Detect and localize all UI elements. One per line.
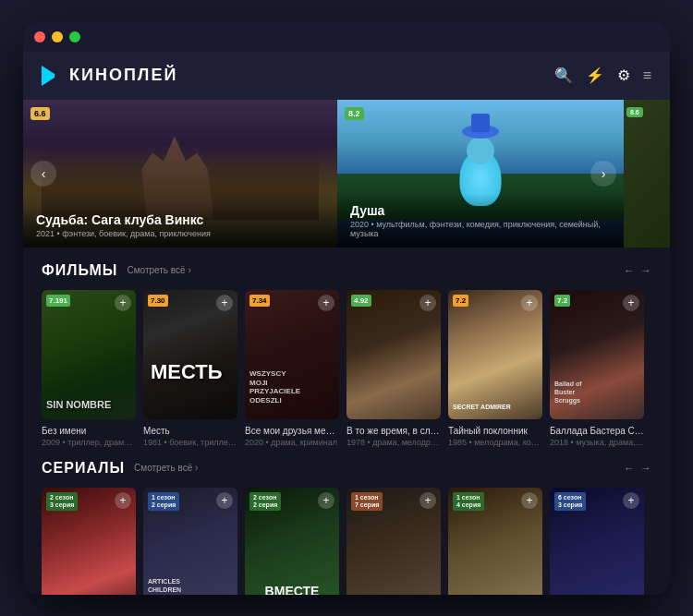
series-card-2[interactable]: 1 сезон2 серия + ARTICLESCHILDRENADULTS … <box>143 488 237 595</box>
movie-card-5[interactable]: 7.2 + SECRET ADMIRER Тайный поклонник 19… <box>448 290 542 447</box>
series-add-btn-1[interactable]: + <box>115 492 131 509</box>
series-add-btn-5[interactable]: + <box>521 492 538 509</box>
series-add-btn-6[interactable]: + <box>623 492 639 509</box>
movie-card-4[interactable]: 4.92 + В то же время, в след... 1978 • д… <box>346 290 441 447</box>
movie-rating-3: 7.34 <box>249 295 270 307</box>
series-badge-1: 2 сезон3 серия <box>46 492 78 512</box>
movie-year-5: 1985 • мелодрама, комедия <box>448 438 542 447</box>
app-window: КИНОПЛЕЙ 🔍 ⚡ ⚙ ≡ <box>23 22 670 595</box>
series-card-6[interactable]: 6 сезон3 серия + <box>550 488 644 595</box>
carousel-prev-btn[interactable]: ‹ <box>30 161 56 187</box>
movie-name-2: Месть <box>143 425 237 437</box>
carousel-item-partial[interactable]: 8.6 <box>624 100 670 248</box>
series-section-header: СЕРИАЛЫ Смотреть всё › ← → <box>42 460 651 477</box>
series-poster-1: 2 сезон3 серия + <box>42 488 136 595</box>
logo-play-icon <box>42 66 62 86</box>
window-maximize-btn[interactable] <box>69 31 80 42</box>
menu-icon[interactable]: ≡ <box>643 67 651 84</box>
carousel-title-2: Душа <box>350 203 611 218</box>
series-poster-6: 6 сезон3 серия + <box>550 488 644 595</box>
window-close-btn[interactable] <box>34 31 45 42</box>
movie-name-4: В то же время, в след... <box>346 425 441 437</box>
app-header: КИНОПЛЕЙ 🔍 ⚡ ⚙ ≡ <box>23 52 670 100</box>
carousel-rating-1: 6.6 <box>30 107 50 120</box>
movie-add-btn-6[interactable]: + <box>623 295 639 311</box>
series-see-all[interactable]: Смотреть всё › <box>134 463 198 473</box>
movie-card-2[interactable]: 7.30 + МЕСТЬ Месть 1981 • боевик, трилле… <box>143 290 237 447</box>
search-icon[interactable]: 🔍 <box>554 66 573 84</box>
movie-card-1[interactable]: 7.191 + SIN NOMBRE Без имени 2009 • трил… <box>42 290 136 447</box>
movie-year-2: 1981 • боевик, триллер, дра... <box>143 438 237 447</box>
series-card-1[interactable]: 2 сезон3 серия + <box>42 488 136 595</box>
series-badge-2: 1 сезон2 серия <box>148 492 179 512</box>
movie-poster-5: 7.2 + SECRET ADMIRER <box>448 290 542 419</box>
movie-add-btn-1[interactable]: + <box>115 295 131 311</box>
series-add-btn-3[interactable]: + <box>318 492 334 509</box>
movie-name-6: Баллада Бастера Скраг... <box>550 425 644 437</box>
films-next-btn[interactable]: → <box>640 264 651 277</box>
series-section: СЕРИАЛЫ Смотреть всё › ← → 2 сезон3 сери… <box>23 447 670 595</box>
films-prev-btn[interactable]: ← <box>624 264 635 277</box>
header-icons: 🔍 ⚡ ⚙ ≡ <box>554 66 651 84</box>
movie-rating-1: 7.191 <box>46 295 70 307</box>
films-nav: ← → <box>624 264 651 277</box>
carousel-item-soul[interactable]: 8.2 Душа 2020 • мультфильм, фэнтези, ком… <box>337 100 624 248</box>
series-nav: ← → <box>624 462 651 475</box>
movie-name-3: Все мои друзья мертвы <box>245 425 339 437</box>
movie-card-6[interactable]: 7.2 + Ballad ofBusterScruggs Баллада Бас… <box>550 290 644 447</box>
movie-rating-6: 7.2 <box>554 295 570 307</box>
movie-add-btn-4[interactable]: + <box>419 295 436 311</box>
carousel-next-btn[interactable]: › <box>590 161 616 187</box>
movie-year-6: 2018 • музыка, драма, молод... <box>550 438 644 447</box>
carousel-overlay-1: Судьба: Сага клуба Винкс 2021 • фэнтези,… <box>23 203 337 248</box>
settings-icon[interactable]: ⚙ <box>617 66 630 84</box>
series-poster-4: 1 сезон7 серия + <box>346 488 441 595</box>
movie-rating-4: 4.92 <box>351 295 371 307</box>
series-poster-2: 1 сезон2 серия + ARTICLESCHILDRENADULTS … <box>143 488 237 595</box>
films-title: ФИЛЬМЫ <box>42 262 117 279</box>
series-card-5[interactable]: 1 сезон4 серия + <box>448 488 542 595</box>
logo-text: КИНОПЛЕЙ <box>69 66 177 85</box>
series-add-btn-2[interactable]: + <box>216 492 233 509</box>
movie-card-3[interactable]: 7.34 + WSZYSCYMOJIPRZYJACIELEODESZLI Все… <box>245 290 339 447</box>
series-badge-3: 2 сезон2 серия <box>249 492 281 512</box>
carousel-rating-3: 8.6 <box>626 107 643 117</box>
series-badge-5: 1 сезон4 серия <box>453 492 484 512</box>
series-next-btn[interactable]: → <box>640 462 651 475</box>
series-grid: 2 сезон3 серия + 1 сезон2 серия + ARTICL… <box>42 488 651 595</box>
movie-add-btn-2[interactable]: + <box>216 295 233 311</box>
movie-year-3: 2020 • драма, криминал <box>245 438 339 447</box>
window-minimize-btn[interactable] <box>52 31 63 42</box>
carousel-track: 6.6 Судьба: Сага клуба Винкс 2021 • фэнт… <box>23 100 670 248</box>
movie-name-5: Тайный поклонник <box>448 425 542 437</box>
films-see-all[interactable]: Смотреть всё › <box>127 265 190 275</box>
movie-add-btn-3[interactable]: + <box>318 295 334 311</box>
movie-year-4: 1978 • драма, мелодрама, ком... <box>346 438 441 447</box>
movie-poster-3: 7.34 + WSZYSCYMOJIPRZYJACIELEODESZLI <box>245 290 339 419</box>
movie-poster-2: 7.30 + МЕСТЬ <box>143 290 237 419</box>
series-card-4[interactable]: 1 сезон7 серия + <box>346 488 441 595</box>
series-badge-4: 1 сезон7 серия <box>351 492 383 512</box>
filter-icon[interactable]: ⚡ <box>586 66 604 84</box>
series-poster-5: 1 сезон4 серия + <box>448 488 542 595</box>
movie-name-1: Без имени <box>42 425 136 437</box>
series-badge-6: 6 сезон3 серия <box>554 492 586 512</box>
films-section-header: ФИЛЬМЫ Смотреть всё › ← → <box>42 262 651 279</box>
movie-add-btn-5[interactable]: + <box>521 295 538 311</box>
movie-poster-6: 7.2 + Ballad ofBusterScruggs <box>550 290 644 419</box>
movie-poster-4: 4.92 + <box>346 290 441 419</box>
series-add-btn-4[interactable]: + <box>419 492 436 509</box>
movie-poster-1: 7.191 + SIN NOMBRE <box>42 290 136 419</box>
carousel-meta-1: 2021 • фэнтези, боевик, драма, приключен… <box>36 229 324 238</box>
carousel-rating-2: 8.2 <box>345 107 364 120</box>
films-section: ФИЛЬМЫ Смотреть всё › ← → 7.191 + SIN NO… <box>23 248 670 447</box>
series-prev-btn[interactable]: ← <box>624 462 635 475</box>
series-title: СЕРИАЛЫ <box>42 460 125 477</box>
carousel-meta-2: 2020 • мультфильм, фэнтези, комедия, при… <box>350 220 611 238</box>
series-card-3[interactable]: 2 сезон2 серия + ВМЕСТЕ <box>245 488 339 595</box>
carousel-title-1: Судьба: Сага клуба Винкс <box>36 212 324 227</box>
movie-rating-2: 7.30 <box>148 295 168 307</box>
hero-carousel: 6.6 Судьба: Сага клуба Винкс 2021 • фэнт… <box>23 100 670 248</box>
carousel-item-winx[interactable]: 6.6 Судьба: Сага клуба Винкс 2021 • фэнт… <box>23 100 337 248</box>
carousel-overlay-2: Душа 2020 • мультфильм, фэнтези, комедия… <box>337 194 624 248</box>
